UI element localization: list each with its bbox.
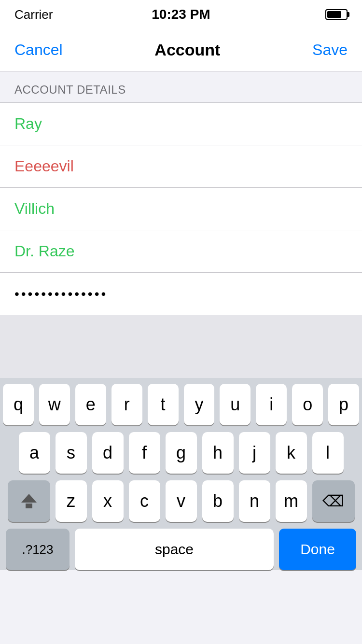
- status-time: 10:23 PM: [152, 7, 210, 22]
- keyboard: q w e r t y u i o p a s d f g h j k l z …: [0, 378, 362, 570]
- key-j[interactable]: j: [239, 432, 270, 474]
- key-q[interactable]: q: [3, 384, 34, 425]
- last-name-field[interactable]: [0, 188, 362, 230]
- form-section: [0, 102, 362, 315]
- display-name-field[interactable]: [0, 230, 362, 273]
- save-button[interactable]: Save: [312, 36, 348, 64]
- keyboard-row-bottom: .?123 space Done: [3, 529, 359, 570]
- shift-key[interactable]: [8, 480, 50, 522]
- key-c[interactable]: c: [129, 480, 160, 522]
- key-e[interactable]: e: [75, 384, 106, 425]
- key-t[interactable]: t: [148, 384, 179, 425]
- key-l[interactable]: l: [312, 432, 344, 474]
- key-k[interactable]: k: [276, 432, 307, 474]
- carrier-label: Carrier: [14, 7, 53, 22]
- shift-icon: [21, 494, 37, 508]
- done-key[interactable]: Done: [279, 529, 356, 570]
- first-name-field[interactable]: [0, 103, 362, 145]
- key-h[interactable]: h: [202, 432, 234, 474]
- key-v[interactable]: v: [166, 480, 197, 522]
- keyboard-row-2: a s d f g h j k l: [3, 432, 359, 474]
- key-z[interactable]: z: [56, 480, 87, 522]
- middle-name-field[interactable]: [0, 145, 362, 188]
- first-name-input[interactable]: [14, 115, 348, 133]
- delete-icon: ⌫: [322, 492, 344, 510]
- battery-icon: [325, 9, 348, 20]
- password-input[interactable]: [14, 286, 348, 302]
- numbers-key[interactable]: .?123: [6, 529, 70, 570]
- key-u[interactable]: u: [220, 384, 251, 425]
- keyboard-row-3: z x c v b n m ⌫: [3, 480, 359, 522]
- space-key[interactable]: space: [75, 529, 274, 570]
- password-field[interactable]: [0, 273, 362, 315]
- status-bar: Carrier 10:23 PM: [0, 0, 362, 29]
- middle-name-input[interactable]: [14, 157, 348, 175]
- key-x[interactable]: x: [92, 480, 124, 522]
- key-f[interactable]: f: [129, 432, 160, 474]
- key-b[interactable]: b: [202, 480, 234, 522]
- key-p[interactable]: p: [328, 384, 359, 425]
- key-d[interactable]: d: [92, 432, 124, 474]
- empty-area: [0, 315, 362, 378]
- key-g[interactable]: g: [166, 432, 197, 474]
- key-w[interactable]: w: [39, 384, 70, 425]
- delete-key[interactable]: ⌫: [312, 480, 355, 522]
- key-i[interactable]: i: [256, 384, 287, 425]
- cancel-button[interactable]: Cancel: [14, 36, 63, 64]
- key-n[interactable]: n: [239, 480, 270, 522]
- key-a[interactable]: a: [19, 432, 50, 474]
- page-title: Account: [154, 41, 220, 59]
- last-name-input[interactable]: [14, 200, 348, 218]
- key-r[interactable]: r: [111, 384, 142, 425]
- key-s[interactable]: s: [56, 432, 87, 474]
- key-y[interactable]: y: [184, 384, 215, 425]
- keyboard-row-1: q w e r t y u i o p: [3, 384, 359, 425]
- nav-bar: Cancel Account Save: [0, 29, 362, 71]
- key-o[interactable]: o: [292, 384, 323, 425]
- display-name-input[interactable]: [14, 242, 348, 260]
- key-m[interactable]: m: [276, 480, 307, 522]
- section-header: ACCOUNT DETAILS: [0, 71, 362, 102]
